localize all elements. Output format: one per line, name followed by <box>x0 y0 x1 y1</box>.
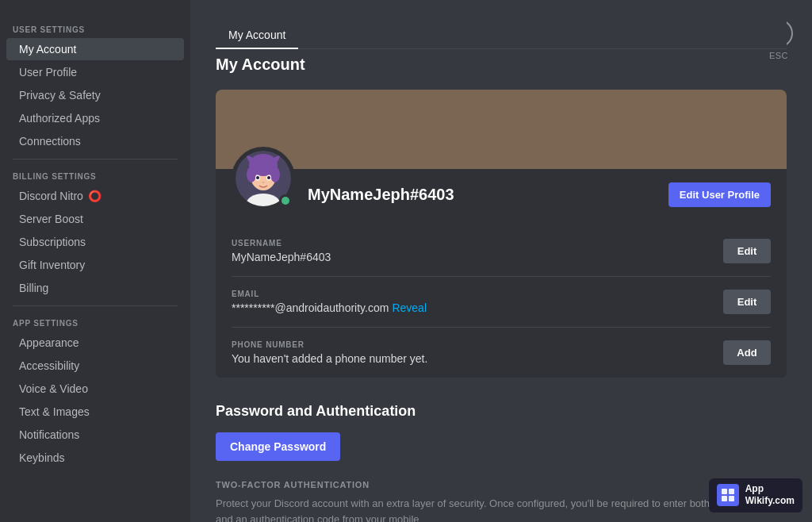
sidebar-item-server-boost[interactable]: Server Boost <box>6 208 184 230</box>
email-field-content: EMAIL **********@androidauthority.comRev… <box>232 290 723 314</box>
email-masked: **********@androidauthority.com <box>232 301 389 314</box>
phone-value: You haven't added a phone number yet. <box>232 352 723 365</box>
email-field-row: EMAIL **********@androidauthority.comRev… <box>232 277 771 328</box>
username-edit-button[interactable]: Edit <box>723 239 771 263</box>
sidebar-item-connections[interactable]: Connections <box>6 130 184 152</box>
profile-card: MyNameJeph#6403 Edit User Profile USERNA… <box>216 90 787 378</box>
profile-username: MyNameJeph#6403 <box>308 186 656 204</box>
password-section-title: Password and Authentication <box>216 403 787 420</box>
sidebar-item-my-account[interactable]: My Account <box>6 38 184 60</box>
phone-field-content: PHONE NUMBER You haven't added a phone n… <box>232 340 723 365</box>
sidebar-item-keybinds[interactable]: Keybinds <box>6 447 184 469</box>
tab-my-account[interactable]: My Account <box>216 22 298 49</box>
svg-point-4 <box>247 167 256 182</box>
email-label: EMAIL <box>232 290 723 298</box>
sidebar-item-label: Keybinds <box>19 451 65 464</box>
email-value: **********@androidauthority.comReveal <box>232 301 723 314</box>
sidebar-divider-1 <box>13 159 178 159</box>
sidebar-item-privacy-safety[interactable]: Privacy & Safety <box>6 84 184 106</box>
sidebar-item-label: Server Boost <box>19 213 83 225</box>
svg-rect-15 <box>722 496 727 501</box>
sidebar-item-text-images[interactable]: Text & Images <box>6 401 184 423</box>
sidebar-item-billing[interactable]: Billing <box>6 277 184 299</box>
sidebar-item-voice-video[interactable]: Voice & Video <box>6 378 184 400</box>
username-field-content: USERNAME MyNameJeph#6403 <box>232 239 723 263</box>
sidebar-item-discord-nitro[interactable]: Discord Nitro ⭕ <box>6 185 184 207</box>
sidebar-item-label: User Profile <box>19 66 77 79</box>
sidebar-item-label: Subscriptions <box>19 236 86 248</box>
tfa-description: Protect your Discord account with an ext… <box>216 496 787 522</box>
sidebar-section-user-settings: USER SETTINGS <box>0 19 190 37</box>
sidebar-item-label: Text & Images <box>19 405 90 418</box>
svg-rect-13 <box>722 489 727 494</box>
sidebar-item-label: Discord Nitro <box>19 190 83 202</box>
sidebar-item-label: Billing <box>19 282 48 294</box>
sidebar-item-label: Authorized Apps <box>19 112 100 125</box>
phone-field-row: PHONE NUMBER You haven't added a phone n… <box>232 328 771 378</box>
password-auth-section: Password and Authentication Change Passw… <box>216 403 787 522</box>
svg-point-10 <box>256 176 259 179</box>
svg-point-11 <box>267 176 270 179</box>
sidebar-item-label: Connections <box>19 135 81 148</box>
svg-rect-14 <box>729 489 734 494</box>
phone-label: PHONE NUMBER <box>232 340 723 349</box>
sidebar-item-label: Gift Inventory <box>19 259 85 271</box>
esc-label: ESC <box>769 51 788 60</box>
sidebar-item-authorized-apps[interactable]: Authorized Apps <box>6 107 184 129</box>
profile-info-row: MyNameJeph#6403 Edit User Profile <box>216 169 787 226</box>
sidebar-item-user-profile[interactable]: User Profile <box>6 61 184 83</box>
wikify-icon <box>717 484 739 506</box>
account-fields: USERNAME MyNameJeph#6403 Edit EMAIL ****… <box>216 226 787 378</box>
sidebar-item-appearance[interactable]: Appearance <box>6 332 184 354</box>
svg-point-5 <box>270 167 280 182</box>
profile-banner <box>216 90 787 169</box>
sidebar-item-label: My Account <box>19 43 76 56</box>
change-password-button[interactable]: Change Password <box>216 432 340 461</box>
phone-add-button[interactable]: Add <box>723 340 771 365</box>
sidebar-section-billing-settings: BILLING SETTINGS <box>0 166 190 184</box>
username-field-row: USERNAME MyNameJeph#6403 Edit <box>232 226 771 277</box>
online-indicator <box>279 194 292 207</box>
sidebar-item-label: Voice & Video <box>19 382 88 395</box>
reveal-email-link[interactable]: Reveal <box>392 301 427 314</box>
wikify-label: App Wikify.com <box>745 483 795 508</box>
page-title: My Account <box>216 56 787 74</box>
sidebar: USER SETTINGS My Account User Profile Pr… <box>0 0 190 522</box>
sidebar-item-subscriptions[interactable]: Subscriptions <box>6 231 184 253</box>
sidebar-item-notifications[interactable]: Notifications <box>6 424 184 446</box>
wikify-badge: App Wikify.com <box>709 478 802 512</box>
nitro-icon: ⭕ <box>88 190 102 202</box>
username-label: USERNAME <box>232 239 723 248</box>
sidebar-item-label: Notifications <box>19 428 79 441</box>
main-content: My Account My Account <box>190 0 812 522</box>
sidebar-item-label: Appearance <box>19 336 79 349</box>
sidebar-item-accessibility[interactable]: Accessibility <box>6 355 184 377</box>
svg-point-12 <box>262 182 265 183</box>
sidebar-item-gift-inventory[interactable]: Gift Inventory <box>6 254 184 276</box>
tfa-label: TWO-FACTOR AUTHENTICATION <box>216 480 787 489</box>
sidebar-divider-2 <box>13 305 178 306</box>
email-edit-button[interactable]: Edit <box>723 290 771 314</box>
sidebar-section-app-settings: APP SETTINGS <box>0 313 190 331</box>
sidebar-item-label: Privacy & Safety <box>19 89 101 102</box>
avatar-wrap <box>232 147 295 210</box>
svg-rect-16 <box>729 496 734 501</box>
tab-bar: My Account <box>216 19 787 49</box>
username-value: MyNameJeph#6403 <box>232 251 723 263</box>
edit-profile-button[interactable]: Edit User Profile <box>668 182 771 207</box>
sidebar-item-label: Accessibility <box>19 359 79 372</box>
